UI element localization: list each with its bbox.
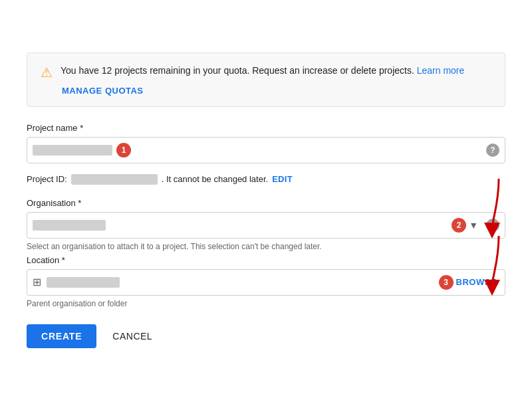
organisation-value-blurred [33, 220, 106, 231]
location-value-blurred [47, 277, 120, 288]
project-name-section: Project name * 1 ? [27, 123, 505, 163]
quota-banner: ⚠ You have 12 projects remaining in your… [27, 52, 505, 107]
edit-project-id-link[interactable]: EDIT [272, 174, 293, 184]
project-id-row: Project ID: . It cannot be changed later… [27, 174, 505, 185]
project-id-value-blurred [71, 174, 158, 185]
step-2-badge: 2 [452, 218, 466, 233]
organisation-hint: Select an organisation to attach it to a… [27, 242, 505, 251]
project-name-help-icon[interactable]: ? [486, 144, 499, 157]
learn-more-link[interactable]: Learn more [417, 65, 465, 76]
organisation-section: Organisation * 2 ▼ ? Select an organisat… [27, 198, 505, 251]
project-name-label: Project name * [27, 123, 505, 133]
browse-button[interactable]: BROWSE [454, 277, 500, 287]
step-1-badge: 1 [116, 143, 131, 157]
location-field-wrapper: ⊞ 3 BROWSE [27, 269, 505, 296]
cancel-button[interactable]: CANCEL [102, 324, 163, 348]
project-id-label: Project ID: [27, 174, 67, 184]
manage-quotas-link[interactable]: MANAGE QUOTAS [62, 86, 491, 96]
organisation-field-wrapper: 2 ▼ ? [27, 212, 505, 239]
warning-icon: ⚠ [41, 64, 53, 80]
step-3-badge: 3 [439, 275, 454, 290]
location-grid-icon: ⊞ [33, 276, 41, 288]
project-name-field-wrapper: 1 ? [27, 137, 505, 163]
location-section: Location * ⊞ 3 BROWSE Parent organisatio… [27, 255, 505, 308]
project-id-suffix: . It cannot be changed later. [162, 174, 268, 184]
location-label: Location * [27, 255, 505, 265]
dropdown-arrow-icon[interactable]: ▼ [469, 220, 478, 231]
location-hint: Parent organisation or folder [27, 299, 505, 308]
action-buttons: CREATE CANCEL [27, 324, 505, 348]
organisation-help-icon[interactable]: ? [486, 219, 499, 232]
project-name-blurred [33, 145, 112, 155]
organisation-label: Organisation * [27, 198, 505, 208]
create-button[interactable]: CREATE [27, 324, 96, 348]
banner-text: You have 12 projects remaining in your q… [61, 64, 464, 78]
